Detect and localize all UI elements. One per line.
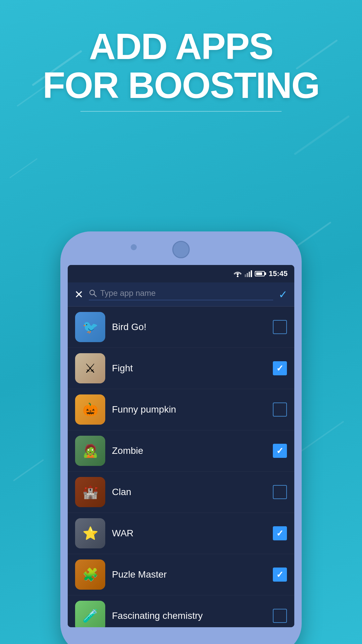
phone-camera — [172, 241, 190, 258]
app-checkbox[interactable]: ✓ — [273, 361, 287, 375]
svg-rect-3 — [249, 272, 250, 277]
header-line1: ADD APPS — [0, 27, 362, 66]
app-icon: ⭐ — [75, 518, 105, 548]
app-name: Puzle Master — [112, 569, 266, 580]
app-checkbox[interactable] — [273, 609, 287, 623]
svg-rect-2 — [247, 273, 248, 277]
list-item[interactable]: 🧟Zombie✓ — [68, 430, 294, 472]
wifi-icon — [233, 270, 242, 277]
app-name: Fascinating chemistry — [112, 610, 266, 621]
search-bar[interactable]: ✕ Type app name ✓ — [68, 282, 294, 307]
app-name: Bird Go! — [112, 322, 266, 332]
svg-rect-4 — [251, 270, 252, 277]
app-name: Clan — [112, 487, 266, 497]
app-checkbox[interactable] — [273, 320, 287, 334]
app-icon: 🧩 — [75, 559, 105, 590]
app-name: WAR — [112, 528, 266, 539]
header-title: ADD APPS FOR BOOSTING — [0, 27, 362, 104]
checkmark-icon: ✓ — [276, 570, 284, 579]
list-item[interactable]: ⭐WAR✓ — [68, 513, 294, 554]
app-checkbox[interactable]: ✓ — [273, 526, 287, 540]
list-item[interactable]: ⚔Fight✓ — [68, 348, 294, 389]
app-checkbox[interactable]: ✓ — [273, 444, 287, 458]
phone-screen: 15:45 ✕ Type app name ✓ 🐦Bird Go!⚔Fight✓… — [68, 265, 294, 627]
signal-icon — [245, 270, 252, 277]
status-bar: 15:45 — [68, 265, 294, 282]
list-item[interactable]: 🐦Bird Go! — [68, 307, 294, 348]
app-list: 🐦Bird Go!⚔Fight✓🎃Funny pumpkin🧟Zombie✓🏰C… — [68, 307, 294, 627]
phone-mockup: 15:45 ✕ Type app name ✓ 🐦Bird Go!⚔Fight✓… — [60, 231, 302, 644]
app-name: Funny pumpkin — [112, 404, 266, 415]
checkmark-icon: ✓ — [276, 446, 284, 455]
app-checkbox[interactable] — [273, 485, 287, 499]
app-icon: ⚔ — [75, 353, 105, 383]
header-divider — [80, 111, 282, 112]
svg-line-6 — [94, 294, 97, 297]
phone-body: 15:45 ✕ Type app name ✓ 🐦Bird Go!⚔Fight✓… — [60, 231, 302, 644]
app-icon: 🧟 — [75, 436, 105, 466]
app-icon: 🐦 — [75, 312, 105, 342]
list-item[interactable]: 🧪Fascinating chemistry — [68, 595, 294, 627]
header-section: ADD APPS FOR BOOSTING — [0, 27, 362, 112]
list-item[interactable]: 🏰Clan — [68, 472, 294, 513]
app-icon: 🏰 — [75, 477, 105, 507]
app-icon: 🧪 — [75, 601, 105, 627]
checkmark-icon: ✓ — [276, 529, 284, 538]
time-display: 15:45 — [269, 269, 288, 278]
status-icons: 15:45 — [233, 269, 288, 278]
app-icon: 🎃 — [75, 394, 105, 425]
app-checkbox[interactable]: ✓ — [273, 568, 287, 582]
battery-icon — [255, 271, 265, 276]
app-checkbox[interactable] — [273, 402, 287, 417]
svg-point-0 — [237, 276, 238, 277]
phone-speaker — [131, 244, 137, 250]
battery-fill — [256, 272, 262, 275]
header-line2: FOR BOOSTING — [0, 66, 362, 105]
confirm-button[interactable]: ✓ — [279, 288, 288, 301]
app-name: Zombie — [112, 445, 266, 456]
search-input-wrapper[interactable]: Type app name — [89, 288, 273, 300]
search-placeholder[interactable]: Type app name — [100, 288, 156, 298]
app-name: Fight — [112, 363, 266, 374]
close-button[interactable]: ✕ — [74, 289, 83, 300]
svg-rect-1 — [245, 274, 246, 277]
checkmark-icon: ✓ — [276, 364, 284, 373]
list-item[interactable]: 🎃Funny pumpkin — [68, 389, 294, 430]
list-item[interactable]: 🧩Puzle Master✓ — [68, 554, 294, 595]
search-icon — [89, 289, 97, 297]
